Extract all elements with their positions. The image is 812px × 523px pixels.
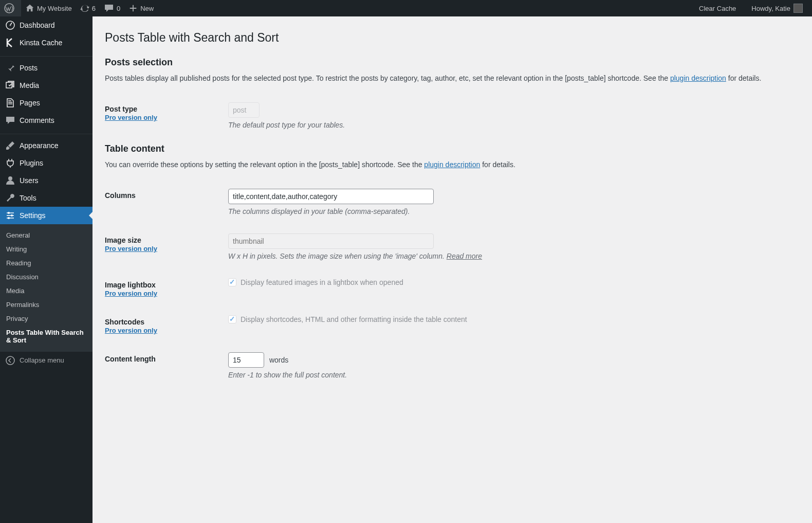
comment-icon [5, 115, 15, 125]
home-icon [25, 4, 34, 13]
svg-point-4 [8, 212, 10, 214]
settings-submenu: General Writing Reading Discussion Media… [0, 224, 93, 351]
media-icon [5, 80, 15, 91]
sidebar-item-label: Appearance [20, 141, 59, 150]
submenu-media[interactable]: Media [0, 284, 93, 298]
sidebar-item-label: Plugins [20, 159, 43, 167]
user-icon [5, 175, 15, 186]
admin-bar: My Website 6 0 New Clear Cache Howdy, Ka… [0, 0, 812, 16]
pin-icon [5, 63, 15, 73]
svg-point-3 [8, 176, 12, 181]
image-size-label: Image size Pro version only [105, 226, 228, 270]
sidebar-item-label: Settings [20, 211, 46, 220]
sidebar-item-users[interactable]: Users [0, 172, 93, 189]
sidebar-item-tools[interactable]: Tools [0, 189, 93, 207]
site-name-link[interactable]: My Website [21, 0, 76, 16]
pro-version-link[interactable]: Pro version only [105, 245, 157, 253]
wrench-icon [5, 193, 15, 203]
image-lightbox-checkbox [228, 278, 236, 286]
submenu-privacy[interactable]: Privacy [0, 312, 93, 326]
shortcodes-label: Shortcodes Pro version only [105, 308, 228, 345]
pro-version-link[interactable]: Pro version only [105, 327, 157, 334]
sidebar-item-label: Users [20, 176, 39, 185]
sliders-icon [5, 210, 15, 221]
sidebar-item-plugins[interactable]: Plugins [0, 154, 93, 172]
submenu-discussion[interactable]: Discussion [0, 270, 93, 284]
updates-link[interactable]: 6 [76, 0, 100, 16]
sidebar-item-label: Pages [20, 99, 40, 107]
post-type-help: The default post type for your tables. [228, 121, 795, 129]
account-link[interactable]: Howdy, Katie [747, 0, 807, 16]
comments-link[interactable]: 0 [100, 0, 124, 16]
post-type-label: Post type Pro version only [105, 95, 228, 139]
content-length-label: Content length [105, 345, 228, 389]
sidebar-item-label: Tools [20, 194, 36, 202]
submenu-general[interactable]: General [0, 228, 93, 242]
submenu-reading[interactable]: Reading [0, 256, 93, 270]
dashboard-icon [5, 20, 15, 30]
refresh-icon [80, 4, 89, 13]
svg-point-5 [11, 214, 13, 217]
collapse-menu[interactable]: Collapse menu [0, 351, 93, 369]
comment-icon [104, 3, 114, 13]
image-lightbox-cb-label: Display featured images in a lightbox wh… [241, 278, 403, 286]
collapse-icon [5, 355, 15, 366]
sidebar-item-dashboard[interactable]: Dashboard [0, 16, 93, 34]
pro-version-link[interactable]: Pro version only [105, 290, 157, 297]
main-content: Posts Table with Search and Sort Posts s… [93, 16, 812, 400]
pro-version-link[interactable]: Pro version only [105, 114, 157, 121]
sidebar-item-media[interactable]: Media [0, 77, 93, 94]
sidebar-item-comments[interactable]: Comments [0, 112, 93, 129]
section-posts-selection-desc: Posts tables display all published posts… [105, 74, 800, 82]
section-table-content-heading: Table content [105, 143, 800, 154]
sidebar-item-posts[interactable]: Posts [0, 59, 93, 77]
submenu-permalinks[interactable]: Permalinks [0, 298, 93, 312]
plug-icon [5, 158, 15, 168]
sidebar-item-label: Dashboard [20, 21, 55, 29]
wp-logo[interactable] [0, 0, 21, 16]
section-table-content-desc: You can override these options by settin… [105, 160, 800, 169]
sidebar-item-settings[interactable]: Settings [0, 207, 93, 224]
sidebar-item-pages[interactable]: Pages [0, 94, 93, 112]
wordpress-icon [4, 3, 14, 13]
sidebar-item-label: Kinsta Cache [20, 39, 62, 47]
shortcodes-row: Display shortcodes, HTML and other forma… [228, 315, 795, 323]
pages-icon [5, 98, 15, 108]
shortcodes-checkbox [228, 315, 236, 323]
section-posts-selection-heading: Posts selection [105, 57, 800, 68]
howdy-text: Howdy, Katie [751, 5, 790, 12]
site-name: My Website [37, 5, 72, 12]
settings-form: Post type Pro version only post The defa… [105, 95, 800, 139]
settings-form-2: Columns The columns displayed in your ta… [105, 181, 800, 389]
image-lightbox-label: Image lightbox Pro version only [105, 270, 228, 308]
brush-icon [5, 140, 15, 151]
read-more-link[interactable]: Read more [447, 252, 482, 260]
plus-icon [128, 4, 138, 13]
columns-input[interactable] [228, 189, 434, 204]
content-length-input[interactable] [228, 352, 264, 368]
columns-help: The columns displayed in your table (com… [228, 207, 795, 215]
comments-count: 0 [117, 5, 120, 12]
clear-cache-link[interactable]: Clear Cache [695, 0, 740, 16]
avatar [793, 4, 803, 13]
sidebar-item-label: Posts [20, 64, 38, 72]
svg-point-2 [10, 25, 11, 26]
collapse-label: Collapse menu [20, 356, 64, 364]
plugin-description-link-2[interactable]: plugin description [424, 160, 480, 169]
new-content-link[interactable]: New [124, 0, 158, 16]
new-label: New [140, 5, 154, 12]
image-size-input [228, 233, 434, 249]
page-title: Posts Table with Search and Sort [105, 31, 800, 45]
sidebar-item-appearance[interactable]: Appearance [0, 137, 93, 154]
updates-count: 6 [92, 5, 96, 12]
image-lightbox-row: Display featured images in a lightbox wh… [228, 278, 795, 286]
image-size-help: W x H in pixels. Sets the image size whe… [228, 252, 795, 260]
sidebar-item-label: Comments [20, 116, 54, 124]
submenu-writing[interactable]: Writing [0, 242, 93, 256]
sidebar-item-kinsta[interactable]: Kinsta Cache [0, 34, 93, 51]
kinsta-icon [5, 38, 15, 48]
plugin-description-link[interactable]: plugin description [670, 74, 726, 82]
post-type-select: post [228, 102, 260, 118]
admin-sidebar: Dashboard Kinsta Cache Posts Media Pages… [0, 16, 93, 400]
submenu-posts-table[interactable]: Posts Table With Search & Sort [0, 326, 93, 347]
